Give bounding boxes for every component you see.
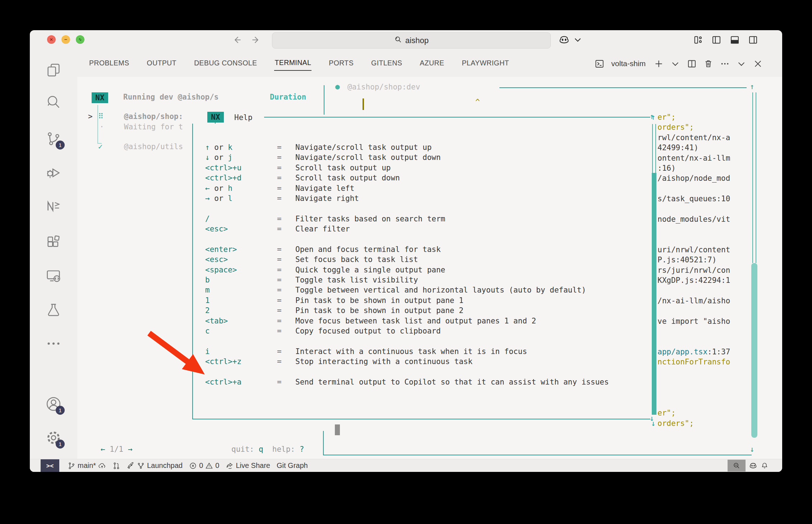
warnings-icon	[205, 462, 213, 470]
search-value: aishop	[405, 36, 429, 45]
split-terminal-icon[interactable]	[687, 59, 697, 69]
minimize-window-button[interactable]	[61, 35, 70, 44]
output-line: nctionForTransfo	[658, 357, 733, 367]
accounts-icon[interactable]: 1	[45, 396, 62, 412]
copilot-chevron-down-icon[interactable]	[572, 35, 583, 47]
output-line: er";	[658, 408, 733, 418]
remote-indicator[interactable]: ><	[41, 459, 59, 472]
notifications-bell-icon[interactable]	[761, 462, 769, 470]
settings-gear-icon[interactable]: 1	[45, 429, 62, 446]
zoom-out-status-button[interactable]	[728, 460, 746, 472]
source-control-badge: 1	[56, 141, 65, 150]
outer-scrollbar-thumb[interactable]	[751, 263, 757, 438]
help-row: <ctrl>+a=Send terminal output to Copilot…	[193, 377, 649, 387]
git-graph-label: Git Graph	[277, 461, 308, 470]
errors-icon	[189, 462, 197, 470]
help-row: <ctrl>+z=Stop interacting with a continu…	[193, 357, 649, 367]
output-line	[658, 235, 733, 245]
terminal-shell-name[interactable]: volta-shim	[611, 59, 646, 68]
toggle-secondary-sidebar-icon[interactable]	[748, 35, 758, 46]
more-views-ellipsis-icon[interactable]	[45, 335, 62, 352]
terminal-profile-chevron-icon[interactable]	[670, 59, 680, 69]
terminal-more-actions-icon[interactable]	[720, 59, 730, 69]
pager-right-icon[interactable]: →	[128, 445, 133, 454]
tab-debug-console[interactable]: DEBUG CONSOLE	[194, 57, 257, 70]
problems-item[interactable]: 0 0	[186, 459, 222, 472]
task-check-icon: ✓	[98, 142, 103, 151]
tab-output[interactable]: OUTPUT	[147, 57, 177, 70]
copilot-icon[interactable]	[559, 35, 569, 47]
pane-resize-handle[interactable]	[335, 424, 340, 435]
launchpad-item[interactable]: Launchpad	[124, 459, 186, 472]
tab-terminal[interactable]: TERMINAL	[274, 56, 312, 71]
output-line: :16)	[658, 163, 733, 173]
outer-scroll-up-icon[interactable]: ↑	[750, 82, 755, 91]
outer-scroll-down-icon[interactable]: ↓	[750, 445, 755, 454]
help-shortcut-list: ↑ or k=Navigate/scroll task output up↓ o…	[193, 142, 649, 387]
new-terminal-icon[interactable]	[654, 59, 664, 69]
output-line: orders";	[658, 122, 733, 132]
output-line: /aishop/node_mod	[658, 173, 733, 183]
live-share-icon	[226, 462, 234, 470]
help-row	[193, 203, 649, 213]
toggle-panel-icon[interactable]	[730, 35, 740, 46]
git-graph-item[interactable]: Git Graph	[273, 459, 311, 472]
status-bar: >< main* Launchpad 0 0 Live Share Git Gr…	[30, 459, 782, 472]
output-line	[658, 306, 733, 316]
output-line	[658, 367, 733, 377]
live-share-label: Live Share	[236, 461, 270, 470]
explorer-icon[interactable]	[45, 62, 62, 78]
git-branch-item[interactable]: main*	[64, 459, 109, 472]
remote-explorer-icon[interactable]	[45, 268, 62, 284]
activity-bar: 1 1 1	[30, 50, 77, 459]
nav-back-icon[interactable]	[232, 35, 242, 46]
outer-scrollbar-track[interactable]	[752, 92, 756, 263]
close-panel-icon[interactable]	[753, 59, 763, 69]
inner-scrollbar-thumb[interactable]	[652, 173, 656, 415]
nx-console-icon[interactable]	[45, 198, 62, 215]
inner-scrollbar-track[interactable]	[652, 124, 656, 173]
command-center-search[interactable]: aishop	[272, 32, 551, 49]
help-row: <ctrl>+d=Scroll task output down	[193, 173, 649, 183]
source-control-icon[interactable]: 1	[45, 130, 62, 147]
tab-azure[interactable]: AZURE	[419, 57, 444, 70]
output-line: ↑er";	[658, 112, 733, 122]
inner-scroll-up-icon[interactable]: ↑	[650, 112, 654, 121]
live-share-item[interactable]: Live Share	[222, 459, 273, 472]
zoom-window-button[interactable]	[76, 35, 84, 44]
output-line: KXgDP.js:42294:1	[658, 275, 733, 285]
kill-terminal-trash-icon[interactable]	[703, 59, 713, 69]
terminal-cursor	[363, 98, 364, 110]
output-line: P.js:40521:7)	[658, 255, 733, 265]
errors-count: 0	[199, 461, 203, 470]
customize-layout-icon[interactable]	[693, 35, 703, 46]
run-debug-icon[interactable]	[45, 164, 62, 181]
output-line: ↓orders";	[658, 418, 733, 428]
help-row: <enter>=Open and focus terminal for task	[193, 244, 649, 254]
output-pane-bottom-border	[323, 455, 752, 455]
testing-flask-icon[interactable]	[45, 302, 62, 318]
copilot-status-icon[interactable]	[749, 462, 757, 470]
panel-chevron-down-icon[interactable]	[737, 59, 746, 69]
tab-ports[interactable]: PORTS	[328, 57, 354, 70]
extensions-icon[interactable]	[45, 234, 62, 251]
close-window-button[interactable]	[47, 35, 56, 44]
output-line: node_modules/vit	[658, 214, 733, 224]
pager-left-icon[interactable]: ←	[101, 445, 105, 454]
pager-position: 1/1	[110, 445, 123, 454]
nav-forward-icon[interactable]	[251, 35, 261, 46]
toggle-primary-sidebar-icon[interactable]	[711, 35, 721, 46]
output-line: rs/juri/nrwl/con	[658, 265, 733, 275]
tab-problems[interactable]: PROBLEMS	[89, 57, 130, 70]
help-row	[193, 367, 649, 377]
help-row: <esc>=Clear filter	[193, 224, 649, 234]
terminal-panel[interactable]: NX Running dev @aishop/s Duration ● @ais…	[77, 77, 782, 459]
help-row: b=Toggle task list visibility	[193, 275, 649, 285]
search-sidebar-icon[interactable]	[45, 94, 62, 111]
inner-scroll-down-icon[interactable]: ↓	[650, 414, 654, 423]
task-row-utils: @aishop/utils	[124, 142, 183, 151]
tab-playwright[interactable]: PLAYWRIGHT	[461, 57, 509, 70]
search-icon	[394, 36, 402, 46]
tab-gitlens[interactable]: GITLENS	[371, 57, 402, 70]
pull-request-item[interactable]	[109, 459, 124, 472]
